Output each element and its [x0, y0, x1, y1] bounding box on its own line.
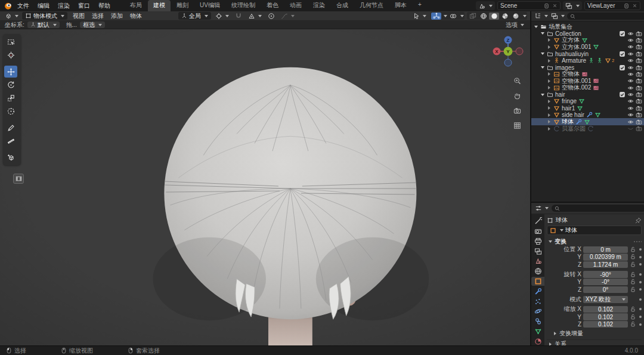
- properties-tab-material[interactable]: [531, 337, 544, 346]
- checkbox-toggle-icon[interactable]: [619, 51, 626, 57]
- expander-icon[interactable]: [540, 94, 545, 96]
- chevron-down-icon[interactable]: [523, 15, 527, 17]
- animate-dot-icon[interactable]: [639, 308, 642, 310]
- properties-tab-world[interactable]: [531, 267, 544, 276]
- render-camera-toggle-icon[interactable]: [636, 125, 642, 132]
- unlink-scene-icon[interactable]: [552, 3, 558, 8]
- tool-measure-button[interactable]: [4, 135, 17, 147]
- hide-eye-toggle-icon[interactable]: [627, 85, 634, 91]
- shading-material-button[interactable]: [500, 13, 510, 20]
- render-camera-toggle-icon[interactable]: [636, 71, 642, 78]
- expander-icon[interactable]: [533, 26, 538, 28]
- outliner-row-15[interactable]: 贝塞尔圆: [531, 125, 644, 132]
- tool-add-cube-button[interactable]: [4, 152, 17, 163]
- snap-target-dropdown[interactable]: [246, 12, 264, 20]
- xray-toggle[interactable]: [467, 13, 478, 20]
- workspace-tab-7[interactable]: 渲染: [308, 0, 330, 11]
- transform-value-field[interactable]: 0.020399 m: [583, 254, 628, 260]
- properties-tab-output[interactable]: [531, 237, 544, 246]
- viewport-menu-2[interactable]: 添加: [107, 12, 126, 20]
- topbar-menu-0[interactable]: 文件: [13, 1, 33, 11]
- viewport-canvas[interactable]: Z X Y: [0, 29, 530, 346]
- workspace-tab-0[interactable]: 布局: [125, 0, 147, 11]
- tool-scale-button[interactable]: [4, 92, 17, 104]
- expander-icon[interactable]: [546, 100, 552, 103]
- hide-eye-toggle-icon[interactable]: [627, 91, 634, 98]
- properties-tab-particles[interactable]: [531, 297, 544, 306]
- animate-dot-icon[interactable]: [639, 273, 642, 276]
- animate-dot-icon[interactable]: [639, 256, 642, 258]
- render-camera-toggle-icon[interactable]: [636, 91, 642, 98]
- animate-dot-icon[interactable]: [639, 281, 642, 283]
- transform-value-field[interactable]: 0.102: [583, 306, 628, 313]
- lock-icon[interactable]: [630, 246, 636, 253]
- hide-eye-toggle-icon[interactable]: [627, 98, 634, 104]
- expander-icon[interactable]: [540, 66, 545, 69]
- render-camera-toggle-icon[interactable]: [636, 51, 642, 57]
- animate-dot-icon[interactable]: [639, 248, 642, 251]
- outliner-row-11[interactable]: fringe: [531, 98, 644, 104]
- lock-icon[interactable]: [630, 271, 636, 278]
- animate-dot-icon[interactable]: [639, 323, 642, 326]
- checkbox-toggle-icon[interactable]: [619, 91, 626, 98]
- outliner-row-5[interactable]: Armature2: [531, 57, 644, 64]
- proportional-editing-toggle[interactable]: [266, 12, 277, 20]
- hide-eye-toggle-icon[interactable]: [627, 112, 634, 118]
- render-camera-toggle-icon[interactable]: [636, 30, 642, 37]
- checkbox-toggle-icon[interactable]: [619, 30, 626, 37]
- hide-eye-toggle-icon[interactable]: [627, 71, 634, 78]
- properties-search-input[interactable]: [562, 205, 643, 212]
- checkbox-toggle-icon[interactable]: [619, 64, 626, 71]
- outliner-row-6[interactable]: images: [531, 64, 644, 70]
- outliner-display-mode-button[interactable]: [550, 13, 565, 20]
- pin-icon[interactable]: [635, 217, 642, 224]
- hide-eye-toggle-icon[interactable]: [627, 105, 634, 112]
- expander-icon[interactable]: [540, 53, 545, 55]
- expander-icon[interactable]: [546, 45, 552, 49]
- workspace-tab-4[interactable]: 纹理绘制: [226, 0, 261, 11]
- coord-dropdown[interactable]: 默认: [27, 21, 60, 28]
- expander-icon[interactable]: [546, 106, 552, 110]
- properties-tab-render[interactable]: [531, 227, 544, 236]
- pivot-dropdown[interactable]: [213, 12, 231, 20]
- overlays-toggle[interactable]: [448, 13, 458, 20]
- tool-cursor-button[interactable]: [4, 49, 17, 61]
- render-camera-toggle-icon[interactable]: [636, 105, 642, 112]
- lock-icon[interactable]: [630, 261, 636, 268]
- outliner-row-14[interactable]: 球体: [531, 118, 644, 125]
- transform-panel-header[interactable]: 变换: [547, 237, 642, 246]
- topbar-menu-3[interactable]: 窗口: [74, 1, 94, 11]
- tool-box-select-button[interactable]: [4, 36, 17, 48]
- expander-icon[interactable]: [546, 86, 552, 89]
- lock-icon[interactable]: [630, 321, 636, 328]
- transform-value-field[interactable]: 0°: [583, 286, 628, 293]
- animate-dot-icon[interactable]: [639, 316, 642, 318]
- rotation-mode-dropdown[interactable]: XYZ 欧拉: [583, 296, 628, 302]
- expander-icon[interactable]: [546, 59, 552, 63]
- object-visibility-dropdown[interactable]: [411, 12, 428, 20]
- topbar-menu-1[interactable]: 编辑: [33, 1, 54, 11]
- chevron-down-icon[interactable]: [460, 15, 464, 17]
- workspace-tab-2[interactable]: 雕刻: [171, 0, 194, 11]
- viewlayer-selector-button[interactable]: [563, 1, 582, 10]
- tool-move-button[interactable]: [4, 66, 17, 78]
- blender-logo-icon[interactable]: [4, 1, 13, 10]
- outliner-editor-type-button[interactable]: [534, 13, 549, 20]
- hide-eye-toggle-icon[interactable]: [627, 78, 634, 84]
- hide-eye-toggle-icon[interactable]: [627, 51, 634, 57]
- outliner-row-0[interactable]: 场景集合: [531, 23, 644, 30]
- workspace-tab-1[interactable]: 建模: [148, 0, 171, 11]
- viewport-menu-3[interactable]: 物体: [126, 12, 145, 20]
- lock-icon[interactable]: [630, 254, 636, 260]
- tool-annotate-button[interactable]: [4, 122, 17, 134]
- workspace-tab-8[interactable]: 合成: [331, 0, 354, 11]
- expander-icon[interactable]: [546, 79, 552, 83]
- hide-eye-toggle-icon[interactable]: [627, 125, 634, 132]
- panel-header-0[interactable]: 变换增量: [552, 329, 642, 338]
- expander-icon[interactable]: [546, 127, 552, 131]
- tool-transform-button[interactable]: [4, 105, 17, 117]
- viewport-menu-1[interactable]: 选择: [88, 12, 107, 20]
- expander-icon[interactable]: [546, 120, 552, 124]
- workspace-tab-6[interactable]: 动画: [284, 0, 307, 11]
- viewlayer-name-field[interactable]: ViewLayer: [584, 1, 640, 10]
